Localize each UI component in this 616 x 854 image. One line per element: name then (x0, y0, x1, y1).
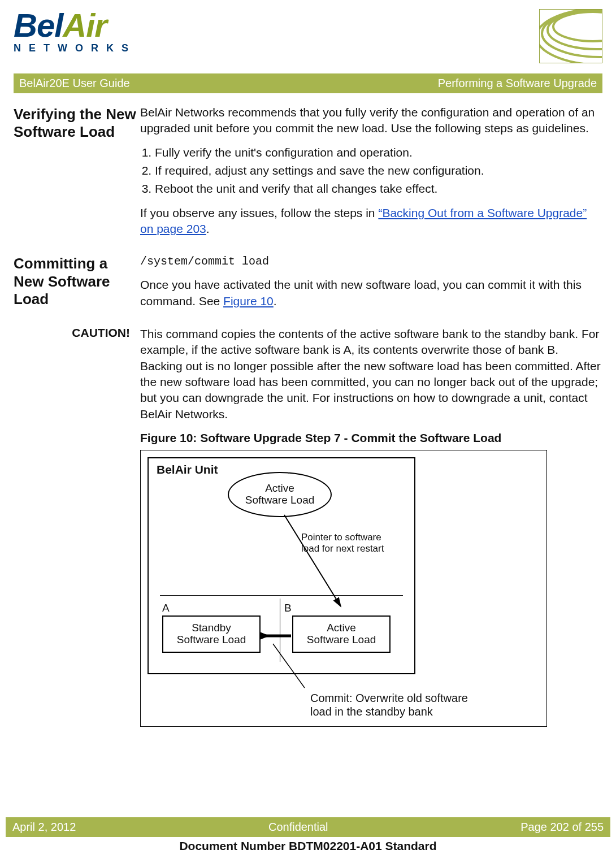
chapter-title: Performing a Software Upgrade (438, 77, 597, 90)
section-heading-committing: Committing a New Software Load (14, 254, 140, 308)
belair-unit-box: BelAir Unit ActiveSoftware Load Pointer … (148, 457, 415, 674)
section-heading-verifying: Verifying the New Software Load (14, 105, 140, 141)
bank-divider-line (160, 595, 403, 596)
document-number: Document Number BDTM02201-A01 Standard (6, 839, 610, 854)
link-figure-10[interactable]: Figure 10 (223, 294, 274, 307)
belair-unit-title: BelAir Unit (157, 462, 218, 478)
figure-10: BelAir Unit ActiveSoftware Load Pointer … (140, 450, 547, 727)
footer-page-number: Page 202 of 255 (520, 821, 604, 834)
logo-prefix: Bel (14, 9, 63, 42)
page-header: BelAir NETWORKS (14, 9, 602, 63)
svg-line-6 (273, 644, 305, 688)
section-verifying: Verifying the New Software Load BelAir N… (14, 105, 602, 245)
figure-caption: Figure 10: Software Upgrade Step 7 - Com… (140, 430, 602, 446)
caution-label: CAUTION! (14, 326, 140, 340)
footer-date: April 2, 2012 (12, 821, 76, 834)
standby-bank-box: StandbySoftware Load (162, 615, 261, 653)
svg-line-4 (284, 515, 341, 606)
section-caution: CAUTION! This command copies the content… (14, 326, 602, 726)
step-1: Fully verify the unit's configuration an… (155, 145, 602, 161)
doc-title: BelAir20E User Guide (19, 77, 130, 90)
page-footer: April 2, 2012 Confidential Page 202 of 2… (6, 817, 610, 854)
step-2: If required, adjust any settings and sav… (155, 163, 602, 179)
commit-callout-line-icon (271, 643, 316, 693)
committing-text: Once you have activated the unit with ne… (140, 277, 602, 309)
section-committing: Committing a New Software Load /system/c… (14, 254, 602, 317)
verifying-steps: Fully verify the unit's configuration an… (140, 145, 602, 197)
brand-swirl-icon (539, 9, 602, 63)
logo-suffix: Air (63, 9, 107, 42)
commit-callout-text: Commit: Overwrite old softwareload in th… (310, 691, 525, 718)
verifying-intro: BelAir Networks recommends that you full… (140, 105, 602, 137)
verifying-followup: If you observe any issues, follow the st… (140, 205, 602, 237)
brand-logo: BelAir NETWORKS (14, 9, 136, 53)
logo-subtext: NETWORKS (14, 43, 136, 53)
commit-command: /system/commit load (140, 254, 602, 269)
bank-b-label: B (284, 601, 292, 615)
step-3: Reboot the unit and verify that all chan… (155, 181, 602, 197)
title-bar: BelAir20E User Guide Performing a Softwa… (14, 73, 602, 93)
bank-a-label: A (162, 601, 170, 615)
pointer-arrow-icon (279, 510, 352, 612)
caution-body: This command copies the contents of the … (140, 326, 602, 422)
footer-confidential: Confidential (268, 821, 328, 834)
